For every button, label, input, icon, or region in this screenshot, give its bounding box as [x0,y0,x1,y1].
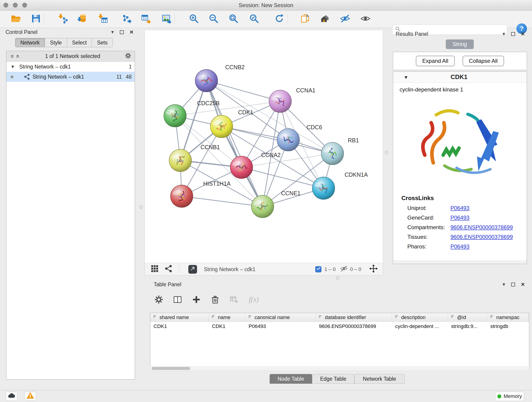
export-image-button[interactable] [159,12,174,26]
crosslink-value-link[interactable]: P06493 [450,205,469,211]
table-hscrollbar[interactable] [150,366,529,371]
collection-disclosure-icon[interactable]: ▾ [12,64,14,70]
zoom-fit-button[interactable] [226,12,241,26]
fit-selected-crosshair-button[interactable] [369,264,378,274]
cloud-status-button[interactable] [6,392,17,401]
tab-style[interactable]: Style [45,38,67,47]
network-node-RB1[interactable] [321,142,344,165]
export-table-button[interactable] [139,12,154,26]
external-link-button[interactable] [188,265,197,274]
warnings-button[interactable] [24,392,36,401]
selected-indicator-checkbox[interactable] [315,266,322,272]
maximize-panel-icon[interactable] [511,283,515,287]
zoom-in-button[interactable] [186,12,201,26]
apply-layout-button[interactable] [272,12,287,26]
maximize-panel-icon[interactable] [120,30,124,34]
network-edge-CCNB2-CCNA1[interactable] [206,81,280,101]
expand-all-networks-icon[interactable]: « [14,54,22,59]
network-node-CDK1[interactable] [210,115,233,138]
network-edge-CCNA1-CDC25B[interactable] [175,101,280,116]
horizontal-splitter-handle[interactable] [336,276,339,280]
section-disclosure-icon[interactable]: ▾ [405,74,407,80]
hidden-eye-icon [340,265,348,274]
home-button[interactable] [318,12,333,26]
network-node-CDKN1A[interactable] [312,177,335,199]
zoom-selected-button[interactable] [247,12,262,26]
network-node-CCNB2[interactable] [195,70,218,92]
network-edge-CCNB2-CCNE1[interactable] [206,81,263,206]
float-panel-icon[interactable]: ▾ [503,32,505,36]
tab-select[interactable]: Select [67,38,92,47]
crosslink-value-link[interactable]: 9606.ENSP00000378699 [450,224,513,230]
export-network-button[interactable] [119,12,134,26]
close-panel-icon[interactable]: × [521,281,525,288]
crosslink-value-link[interactable]: 9606.ENSP00000378699 [450,234,513,240]
column-header--id[interactable]: @id [448,313,487,322]
network-edge-RB1-CCNA2[interactable] [241,153,332,167]
close-panel-icon[interactable]: × [521,31,525,37]
network-node-CCNB1[interactable] [169,149,191,172]
tab-edge-table[interactable]: Edge Table [312,374,355,384]
results-hscrollbar[interactable] [393,261,527,264]
expand-all-button[interactable]: Expand All [416,56,455,66]
tab-string[interactable]: String [446,39,474,49]
select-columns-button[interactable] [172,294,183,305]
node-table-row[interactable]: CDK1CDK1P064939606.ENSP00000378699cyclin… [150,322,529,331]
vertical-splitter-handle[interactable] [139,205,143,209]
network-view: CCNB2CCNA1CDC25BCDK1CDC6RB1CCNB1CCNA2CDK… [145,30,383,275]
tab-network-table[interactable]: Network Table [355,374,405,384]
network-node-CDC6[interactable] [277,128,299,151]
float-panel-icon[interactable]: ▾ [503,282,505,287]
network-label: String Network – cdk1 [32,74,84,80]
network-node-CCNA1[interactable] [269,90,291,113]
network-overview-button[interactable] [165,264,173,274]
open-session-button[interactable] [8,12,23,26]
table-options-gear-button[interactable] [153,294,164,305]
crosslink-value-link[interactable]: P06493 [450,215,469,221]
float-panel-icon[interactable]: ▾ [111,30,114,35]
column-header-shared-name[interactable]: shared name [150,313,209,322]
network-edge-HIST1H1A-CCNE1[interactable] [182,196,263,206]
network-node-CDC25B[interactable] [164,104,186,127]
column-header-canonical-name[interactable]: canonical name [245,313,316,322]
memory-button[interactable]: Memory [495,391,524,401]
close-panel-icon[interactable]: × [130,29,133,35]
network-canvas[interactable]: CCNB2CCNA1CDC25BCDK1CDC6RB1CCNB1CCNA2CDK… [145,30,383,263]
node-label-CDC6: CDC6 [307,124,322,130]
network-row[interactable]: String Network – cdk1 11 48 [6,72,135,82]
check-icon [316,266,321,272]
collapse-all-button[interactable]: Collapse All [462,56,504,66]
import-network-database-button[interactable] [74,12,89,26]
node-label-CDC25B: CDC25B [197,100,220,106]
network-edge-CCNA2-CDKN1A[interactable] [241,167,323,188]
tab-sets[interactable]: Sets [92,38,113,47]
tab-node-table[interactable]: Node Table [270,374,312,384]
export-image-icon [161,13,172,25]
save-session-button[interactable] [28,12,44,26]
birds-eye-view-button[interactable] [150,264,159,274]
zoom-out-button[interactable] [206,12,221,26]
network-options-gear-icon[interactable] [125,52,132,61]
delete-columns-button[interactable] [210,294,220,305]
import-table-button[interactable] [95,12,110,26]
maximize-panel-icon[interactable] [511,32,515,36]
column-header-namespac[interactable]: namespac [487,313,528,322]
crosslink-row: Pharos:P06493 [393,240,527,250]
column-header-database-identifier[interactable]: database identifier [316,313,392,322]
crosslink-value-link[interactable]: P06493 [450,243,469,250]
network-collection-row[interactable]: ▾ String Network – cdk1 1 [6,62,135,72]
gene-section-header[interactable]: ▾ CDK1 [393,72,527,83]
vertical-splitter-handle[interactable] [385,151,388,154]
table-hscroll-thumb[interactable] [152,367,190,370]
tab-network[interactable]: Network [15,38,45,47]
network-node-CCNA2[interactable] [230,156,253,179]
network-node-HIST1H1A[interactable] [171,185,193,207]
show-all-button[interactable] [358,12,373,26]
column-header-description[interactable]: description [392,313,448,322]
import-network-button[interactable] [55,12,70,26]
duplicate-network-button[interactable] [298,12,313,26]
column-header-name[interactable]: name [209,313,245,322]
create-column-button[interactable] [191,294,202,305]
network-node-CCNE1[interactable] [251,195,274,218]
hide-selected-button[interactable] [337,12,353,26]
